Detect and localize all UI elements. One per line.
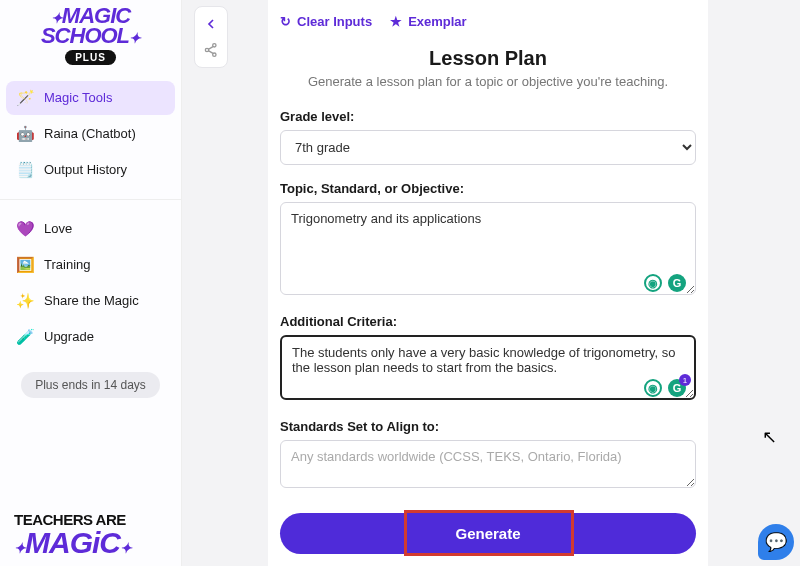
- clear-inputs-label: Clear Inputs: [297, 14, 372, 29]
- nav-raina-label: Raina (Chatbot): [44, 126, 136, 141]
- logo-badge: PLUS: [65, 50, 116, 65]
- nav-love[interactable]: 💜Love: [6, 212, 175, 246]
- nav-love-icon: 💜: [16, 220, 34, 238]
- nav-share-icon: ✨: [16, 292, 34, 310]
- grammar-icon[interactable]: G: [668, 274, 686, 292]
- grade-level-select[interactable]: 7th grade: [280, 130, 696, 165]
- standards-label: Standards Set to Align to:: [280, 419, 696, 434]
- refresh-icon: ↻: [280, 14, 291, 29]
- nav-output-history-icon: 🗒️: [16, 161, 34, 179]
- nav-upgrade-icon: 🧪: [16, 328, 34, 346]
- exemplar-label: Exemplar: [408, 14, 467, 29]
- nav-share[interactable]: ✨Share the Magic: [6, 284, 175, 318]
- topic-label: Topic, Standard, or Objective:: [280, 181, 696, 196]
- page-subtitle: Generate a lesson plan for a topic or ob…: [280, 74, 696, 89]
- suggestion-icon[interactable]: ◉: [644, 274, 662, 292]
- additional-criteria-label: Additional Criteria:: [280, 314, 696, 329]
- nav-training-icon: 🖼️: [16, 256, 34, 274]
- nav-upgrade-label: Upgrade: [44, 329, 94, 344]
- rail-button-group: [194, 6, 228, 68]
- nav-love-label: Love: [44, 221, 72, 236]
- clear-inputs-button[interactable]: ↻ Clear Inputs: [280, 14, 372, 29]
- suggestion-icon[interactable]: ◉: [644, 379, 662, 397]
- topic-textarea[interactable]: [280, 202, 696, 295]
- logo: ✦MAGIC SCHOOL✦ PLUS: [0, 0, 181, 75]
- assistant-icons-2: ◉ G 1: [644, 379, 686, 397]
- nav-magic-tools-label: Magic Tools: [44, 90, 112, 105]
- sidebar-separator: [0, 199, 181, 200]
- standards-input[interactable]: [280, 440, 696, 488]
- logo-line2: SCHOOL: [41, 23, 129, 48]
- additional-criteria-textarea[interactable]: [280, 335, 696, 400]
- svg-point-2: [213, 53, 216, 56]
- side-rail: [182, 0, 238, 566]
- page-title: Lesson Plan: [280, 47, 696, 70]
- nav-output-history[interactable]: 🗒️Output History: [6, 153, 175, 187]
- exemplar-button[interactable]: ★ Exemplar: [390, 14, 467, 29]
- nav-magic-tools-icon: 🪄: [16, 89, 34, 107]
- nav-upgrade[interactable]: 🧪Upgrade: [6, 320, 175, 354]
- grammar-badge: 1: [679, 374, 691, 386]
- assistant-icons: ◉ G: [644, 274, 686, 292]
- generate-button[interactable]: Generate: [280, 513, 696, 554]
- nav-output-history-label: Output History: [44, 162, 127, 177]
- nav-raina[interactable]: 🤖Raina (Chatbot): [6, 117, 175, 151]
- chat-launcher[interactable]: 💬: [758, 524, 794, 560]
- sidebar-secondary: 💜Love🖼️Training✨Share the Magic🧪Upgrade: [0, 206, 181, 360]
- nav-magic-tools[interactable]: 🪄Magic Tools: [6, 81, 175, 115]
- top-actions: ↻ Clear Inputs ★ Exemplar: [280, 14, 696, 29]
- nav-raina-icon: 🤖: [16, 125, 34, 143]
- footer-line2: MAGiC: [25, 526, 120, 559]
- trial-status: Plus ends in 14 days: [21, 372, 160, 398]
- nav-training-label: Training: [44, 257, 90, 272]
- sidebar-footer: TEACHERS ARE ✦MAGiC✦: [0, 501, 181, 566]
- nav-share-label: Share the Magic: [44, 293, 139, 308]
- sidebar-primary: 🪄Magic Tools🤖Raina (Chatbot)🗒️Output His…: [0, 75, 181, 193]
- share-button[interactable]: [198, 37, 224, 63]
- form-panel: ↻ Clear Inputs ★ Exemplar Lesson Plan Ge…: [268, 0, 708, 566]
- star-icon: ★: [390, 14, 402, 29]
- nav-training[interactable]: 🖼️Training: [6, 248, 175, 282]
- main: ↻ Clear Inputs ★ Exemplar Lesson Plan Ge…: [182, 0, 800, 566]
- svg-point-0: [213, 44, 216, 47]
- sidebar: ✦MAGIC SCHOOL✦ PLUS 🪄Magic Tools🤖Raina (…: [0, 0, 182, 566]
- grade-level-label: Grade level:: [280, 109, 696, 124]
- back-button[interactable]: [198, 11, 224, 37]
